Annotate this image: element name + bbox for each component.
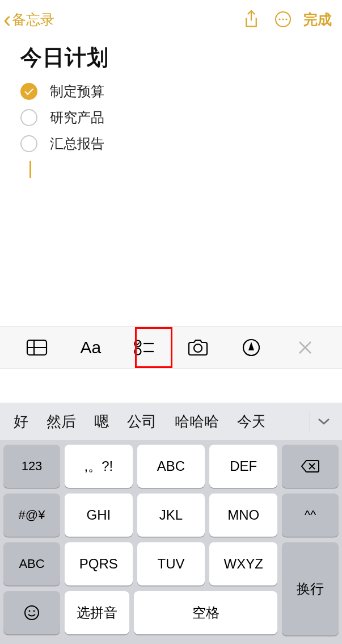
key-def[interactable]: DEF bbox=[209, 445, 277, 488]
markup-icon bbox=[242, 338, 261, 357]
camera-button[interactable] bbox=[180, 332, 216, 363]
back-button[interactable]: ‹ 备忘录 bbox=[3, 8, 54, 31]
separator bbox=[310, 411, 310, 432]
text-cursor bbox=[29, 161, 31, 178]
checklist-item[interactable]: 制定预算 bbox=[20, 82, 322, 101]
candidate-bar: 好 然后 嗯 公司 哈哈哈 今天 bbox=[0, 403, 342, 440]
candidate-word[interactable]: 今天 bbox=[228, 412, 264, 432]
key-space[interactable]: 空格 bbox=[134, 591, 277, 634]
text-style-button[interactable]: Aa bbox=[73, 332, 109, 363]
share-button[interactable] bbox=[235, 9, 267, 30]
checklist-text[interactable]: 研究产品 bbox=[50, 108, 104, 127]
checklist-icon bbox=[133, 338, 155, 357]
key-abc[interactable]: ABC bbox=[137, 445, 205, 488]
key-abc-mode[interactable]: ABC bbox=[3, 542, 60, 586]
key-symbols[interactable]: #@¥ bbox=[3, 494, 60, 537]
key-face[interactable]: ^^ bbox=[282, 494, 339, 537]
chevron-left-icon: ‹ bbox=[3, 8, 11, 31]
key-delete[interactable] bbox=[282, 445, 339, 488]
svg-point-2 bbox=[282, 18, 284, 20]
done-button[interactable]: 完成 bbox=[299, 10, 336, 29]
candidate-word[interactable]: 嗯 bbox=[85, 412, 118, 432]
candidate-word[interactable]: 公司 bbox=[118, 412, 166, 432]
key-jkl[interactable]: JKL bbox=[137, 494, 205, 537]
share-icon bbox=[243, 9, 260, 30]
checkbox-empty-icon[interactable] bbox=[20, 135, 37, 152]
svg-point-18 bbox=[29, 610, 31, 612]
svg-point-7 bbox=[135, 341, 141, 347]
close-icon bbox=[298, 340, 313, 355]
key-123[interactable]: 123 bbox=[3, 445, 60, 488]
chevron-down-icon bbox=[317, 417, 331, 425]
key-wxyz[interactable]: WXYZ bbox=[209, 542, 277, 586]
svg-point-19 bbox=[33, 610, 35, 612]
markup-button[interactable] bbox=[233, 332, 269, 363]
more-button[interactable] bbox=[267, 10, 299, 28]
svg-point-1 bbox=[278, 18, 280, 20]
close-toolbar-button[interactable] bbox=[287, 332, 323, 363]
candidate-word[interactable]: 好 bbox=[5, 412, 37, 432]
format-toolbar: Aa bbox=[0, 326, 342, 369]
emoji-icon bbox=[23, 604, 40, 621]
ellipsis-circle-icon bbox=[274, 10, 292, 28]
svg-point-17 bbox=[25, 606, 39, 620]
camera-icon bbox=[187, 338, 209, 357]
checkbox-checked-icon[interactable] bbox=[20, 83, 37, 100]
checklist-button[interactable] bbox=[126, 332, 162, 363]
key-tuv[interactable]: TUV bbox=[137, 542, 205, 586]
table-icon bbox=[26, 339, 48, 356]
svg-point-3 bbox=[285, 18, 287, 20]
expand-candidates-button[interactable] bbox=[310, 417, 337, 425]
key-pinyin[interactable]: 选拼音 bbox=[65, 591, 129, 634]
svg-point-9 bbox=[135, 349, 141, 355]
key-return[interactable]: 换行 bbox=[282, 542, 339, 635]
key-ghi[interactable]: GHI bbox=[65, 494, 133, 537]
keyboard: 123 ,。?! ABC DEF #@¥ GHI JKL MNO ^^ ABC bbox=[0, 440, 342, 644]
key-pqrs[interactable]: PQRS bbox=[65, 542, 133, 586]
checkbox-empty-icon[interactable] bbox=[20, 109, 37, 126]
checklist-item[interactable]: 研究产品 bbox=[20, 108, 322, 127]
key-punct[interactable]: ,。?! bbox=[65, 445, 133, 488]
nav-header: ‹ 备忘录 完成 bbox=[0, 0, 342, 39]
svg-point-11 bbox=[194, 344, 202, 352]
candidate-word[interactable]: 然后 bbox=[37, 412, 85, 432]
key-mno[interactable]: MNO bbox=[209, 494, 277, 537]
key-emoji[interactable] bbox=[3, 591, 60, 634]
checklist-item[interactable]: 汇总报告 bbox=[20, 135, 322, 153]
checklist-text[interactable]: 制定预算 bbox=[50, 82, 104, 101]
delete-icon bbox=[301, 459, 320, 473]
checklist-text[interactable]: 汇总报告 bbox=[50, 135, 104, 153]
note-title[interactable]: 今日计划 bbox=[20, 43, 322, 72]
candidate-word[interactable]: 哈哈哈 bbox=[166, 412, 228, 432]
back-label: 备忘录 bbox=[12, 10, 54, 29]
table-button[interactable] bbox=[19, 332, 55, 363]
note-body[interactable]: 今日计划 制定预算 研究产品 汇总报告 bbox=[0, 39, 342, 178]
